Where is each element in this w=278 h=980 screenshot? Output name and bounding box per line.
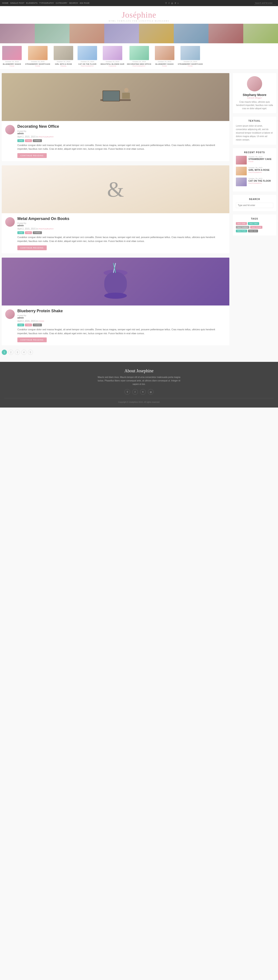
thumb-item-5[interactable]: October 23, 2015 DECORATING NEW OFFICE P… [126, 45, 153, 68]
hero-item-4 [104, 24, 139, 43]
rp-meta-1: October 7th, 2015 GIRL WITH A ROSE PHOTO… [248, 167, 273, 173]
sidebar-role: Lifestyle Blogger [236, 97, 273, 99]
thumb-title-6: BLUEBERRY SHAKE [155, 63, 174, 65]
post-card-0: Decorating New Office Posted Byadmin Apr… [2, 73, 229, 161]
page-2[interactable]: 2 [8, 350, 13, 355]
pinterest-icon[interactable]: P [175, 2, 176, 4]
hero-item-6 [174, 24, 208, 43]
thumb-img-1 [28, 46, 47, 60]
instagram-icon[interactable]: ◎ [171, 2, 173, 4]
footer-bio: Mauris sed diam risus. Mauris tempor eli… [96, 375, 182, 386]
footer-instagram-icon[interactable]: ◎ [148, 389, 153, 395]
header-search-input[interactable] [254, 2, 276, 5]
hero-item-1 [0, 24, 35, 43]
tag-0[interactable]: ONE [17, 323, 24, 326]
sidebar-tag-2[interactable]: TAG THREE [236, 226, 250, 229]
thumb-img-0 [2, 46, 22, 60]
tag-0[interactable]: ONE [17, 139, 24, 142]
page-3[interactable]: 3 [15, 350, 20, 355]
posted-by-1: Posted Byadmin [17, 222, 226, 227]
tag-0[interactable]: ONE [17, 231, 24, 234]
thumb-item-7[interactable]: October 23, 2015 STRAWBERRY SHORTCAKE FO… [177, 45, 204, 68]
thumb-date-7: October 23, 2015 [183, 61, 197, 63]
thumb-item-4[interactable]: October 23, 2015 BEAUTIFUL BLONDE HAIR F… [99, 45, 126, 68]
recent-post-2[interactable]: October 7th, 2015 CAT ON THE FLOOR PHOTO… [236, 178, 273, 186]
tag-1[interactable]: TWO [25, 139, 32, 142]
footer-social: 𝕋 f V ◎ [4, 389, 274, 395]
post-category-link-1[interactable]: PHOTOGRAPHY [38, 228, 54, 230]
nav-elements[interactable]: ELEMENTS [26, 2, 38, 4]
post-tags-2: ONETWOTHREE [17, 323, 226, 326]
thumb-item-1[interactable]: October 23, 2015 STRAWBERRY SHORTCAKE FO… [24, 45, 52, 68]
pagination: 12345 [2, 350, 229, 355]
thumb-title-3: CAT ON THE FLOOR [78, 63, 96, 65]
rp-img-2 [236, 178, 247, 186]
nav-single-post[interactable]: SINGLE POST [10, 2, 25, 4]
rp-date-2: October 7th, 2015 [248, 178, 273, 180]
rp-cat-1: PHOTOGRAPHY [248, 172, 273, 173]
thumb-item-3[interactable]: October 23, 2015 CAT ON THE FLOOR PHOTOG… [75, 45, 99, 68]
sidebar-tag-4[interactable]: TAG FIVE [236, 229, 247, 232]
tag-1[interactable]: TWO [25, 231, 32, 234]
page-4[interactable]: 4 [21, 350, 27, 355]
page-5[interactable]: 5 [28, 350, 33, 355]
post-category-link-2[interactable]: FOOD [38, 320, 44, 322]
post-image-0 [2, 73, 229, 121]
sidebar-tag-3[interactable]: TAG FOUR [250, 226, 262, 229]
nav-category[interactable]: CATEGORY [56, 2, 68, 4]
footer-twitter-icon[interactable]: 𝕋 [125, 389, 130, 395]
thumb-title-4: BEAUTIFUL BLONDE HAIR [101, 63, 124, 65]
tumblr-icon[interactable]: t [178, 2, 178, 4]
posted-by-0: Posted Byadmin [17, 130, 226, 135]
rp-img-0 [236, 156, 247, 164]
post-date-0: April 2, 2015, 2015 in PHOTOGRAPHY [17, 135, 226, 138]
sidebar-search-input[interactable] [236, 202, 273, 208]
footer-facebook-icon[interactable]: f [132, 389, 138, 395]
post-tags-1: ONETWOTHREE [17, 231, 226, 234]
thumb-date-4: October 23, 2015 [106, 61, 119, 63]
rp-title-0: STRAWBERRY CAKE [248, 158, 273, 161]
footer-vimeo-icon[interactable]: V [140, 389, 146, 395]
thumb-item-2[interactable]: October 24, 2015 GIRL WITH A ROSE TRAVEL [52, 45, 75, 68]
thumb-item-0[interactable]: October 23, 2015 BLUEBERRY SHAKE FOOD [0, 45, 24, 68]
thumb-img-2 [54, 46, 73, 60]
thumb-img-7 [180, 46, 200, 60]
nav-home[interactable]: HOME [2, 2, 8, 4]
thumb-img-3 [77, 46, 97, 60]
continue-reading-button-1[interactable]: CONTINUE READING [17, 245, 47, 250]
sidebar-tag-0[interactable]: TAG ONE [236, 222, 247, 225]
continue-reading-button-2[interactable]: CONTINUE READING [17, 337, 47, 342]
tag-2[interactable]: THREE [33, 139, 42, 142]
tag-2[interactable]: THREE [33, 323, 42, 326]
tags-heading: TAGS [236, 218, 273, 220]
continue-reading-button-0[interactable]: CONTINUE READING [17, 153, 47, 158]
site-footer: About Josephine Mauris sed diam risus. M… [0, 362, 278, 407]
sidebar-tag-5[interactable]: TAG SIX [248, 229, 258, 232]
svg-rect-6 [104, 272, 127, 296]
recent-post-1[interactable]: October 7th, 2015 GIRL WITH A ROSE PHOTO… [236, 167, 273, 175]
facebook-icon[interactable]: f [169, 2, 169, 4]
recent-post-0[interactable]: October 7th, 2015 STRAWBERRY CAKE FOOD [236, 156, 273, 164]
social-icons: 𝕋 f ◎ P t [165, 2, 178, 4]
rp-meta-0: October 7th, 2015 STRAWBERRY CAKE FOOD [248, 156, 273, 162]
nav-404[interactable]: 404 PAGE [80, 2, 90, 4]
tag-2[interactable]: THREE [33, 231, 42, 234]
tag-1[interactable]: TWO [25, 323, 32, 326]
nav-typography[interactable]: TYPOGRAPHY [39, 2, 54, 4]
nav-search[interactable]: SEARCH [69, 2, 78, 4]
page-1[interactable]: 1 [2, 350, 7, 355]
sidebar-tag-1[interactable]: TAG TWO [248, 222, 259, 225]
thumb-item-6[interactable]: October 23, 2015 BLUEBERRY SHAKE FOOD [153, 45, 177, 68]
sidebar-textual: TEXTUAL Lorem ipsum dolor sit amet, cons… [233, 117, 276, 145]
post-meta-0: Decorating New Office Posted Byadmin Apr… [17, 124, 226, 158]
post-category-link-0[interactable]: PHOTOGRAPHY [38, 136, 54, 138]
thumb-cat-7: FOOD [188, 65, 193, 67]
thumb-date-3: October 23, 2015 [81, 61, 94, 63]
post-avatar-2 [5, 309, 15, 319]
sidebar-avatar [247, 76, 262, 91]
textual-heading: TEXTUAL [236, 120, 273, 122]
svg-rect-3 [122, 93, 130, 99]
twitter-icon[interactable]: 𝕋 [165, 2, 167, 4]
rp-date-1: October 7th, 2015 [248, 167, 273, 169]
ampersand-symbol: & [107, 177, 124, 202]
